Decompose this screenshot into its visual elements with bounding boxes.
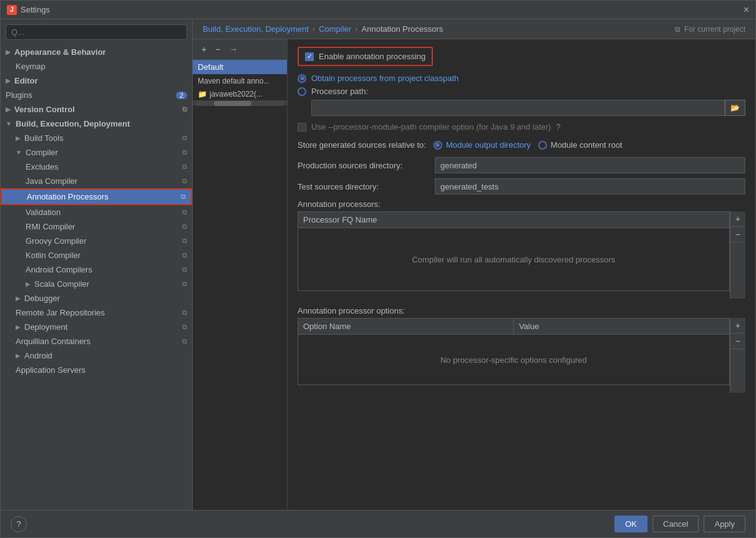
breadcrumb-current: Annotation Processors — [362, 24, 443, 34]
module-content-radio[interactable] — [538, 141, 547, 150]
module-content-label: Module content root — [551, 140, 623, 150]
module-content-option: Module content root — [538, 140, 623, 150]
sidebar-item-compiler[interactable]: ▼ Compiler ⧉ — [1, 145, 192, 160]
left-panel-item-javaweb[interactable]: 📁 javaweb2022(... — [193, 88, 287, 100]
annotation-processors-label: Annotation processors: — [298, 199, 745, 209]
annotation-table-remove-btn[interactable]: − — [730, 227, 745, 243]
copy-icon-kotlin-compiler: ⧉ — [182, 251, 187, 259]
left-panel-item-maven[interactable]: Maven default anno... — [193, 74, 287, 88]
test-sources-row: Test sources directory: — [298, 178, 745, 195]
obtain-classpath-radio[interactable] — [298, 74, 306, 83]
sidebar-item-scala-compiler[interactable]: ▶ Scala Compiler ⧉ — [1, 277, 192, 291]
toolbar: + − → — [193, 39, 287, 60]
sidebar-label-plugins: Plugins — [6, 90, 32, 100]
sidebar-item-application-servers[interactable]: Application Servers — [1, 363, 192, 377]
sidebar-item-android-compilers[interactable]: Android Compilers ⧉ — [1, 262, 192, 277]
sidebar-label-annotation-processors: Annotation Processors — [27, 192, 109, 201]
search-input[interactable] — [6, 24, 187, 40]
enable-annotation-checkbox[interactable]: ✓ — [305, 52, 314, 61]
module-output-radio[interactable] — [434, 141, 442, 150]
sidebar-label-remote-jar: Remote Jar Repositories — [16, 308, 105, 317]
sidebar-label-validation: Validation — [26, 208, 61, 217]
test-sources-input[interactable] — [435, 178, 745, 195]
plugins-badge: 2 — [176, 92, 187, 99]
test-sources-label: Test sources directory: — [298, 182, 435, 191]
sidebar-item-java-compiler[interactable]: Java Compiler ⧉ — [1, 174, 192, 188]
expand-arrow-editor: ▶ — [6, 77, 11, 84]
copy-icon-java-compiler: ⧉ — [182, 177, 187, 185]
close-button[interactable]: × — [744, 4, 749, 16]
sidebar-item-validation[interactable]: Validation ⧉ — [1, 205, 192, 219]
sidebar-item-debugger[interactable]: ▶ Debugger — [1, 291, 192, 305]
sidebar-item-build-exec-deploy[interactable]: ▼ Build, Execution, Deployment — [1, 117, 192, 131]
breadcrumb-sep-1: › — [313, 24, 315, 34]
sidebar-item-build-tools[interactable]: ▶ Build Tools ⧉ — [1, 131, 192, 145]
expand-arrow-scala: ▶ — [26, 281, 31, 287]
copy-icon-forproject: ⧉ — [675, 25, 681, 34]
expand-arrow-android: ▶ — [16, 352, 21, 359]
add-button[interactable]: + — [198, 43, 210, 55]
use-module-path-row: Use --processor-module-path compiler opt… — [298, 122, 745, 132]
options-table-add-btn[interactable]: + — [730, 318, 745, 334]
ok-button[interactable]: OK — [614, 516, 647, 532]
sidebar-item-excludes[interactable]: Excludes ⧉ — [1, 160, 192, 174]
store-sources-row: Store generated sources relative to: Mod… — [298, 140, 745, 150]
titlebar: J Settings × — [1, 1, 755, 19]
expand-arrow-build-tools: ▶ — [16, 135, 21, 142]
enable-annotation-row: ✓ Enable annotation processing — [298, 47, 433, 66]
apply-button[interactable]: Apply — [704, 516, 745, 532]
options-table-remove-btn[interactable]: − — [730, 334, 745, 349]
app-icon: J — [7, 5, 17, 15]
sidebar-item-remote-jar[interactable]: Remote Jar Repositories ⧉ — [1, 305, 192, 320]
help-button[interactable]: ? — [11, 516, 27, 532]
production-sources-input[interactable] — [435, 157, 745, 173]
sidebar-item-groovy-compiler[interactable]: Groovy Compiler ⧉ — [1, 234, 192, 248]
copy-icon-compiler: ⧉ — [182, 148, 187, 156]
processor-path-row: Processor path: — [298, 87, 745, 96]
copy-icon-android-compilers: ⧉ — [182, 266, 187, 274]
cancel-button[interactable]: Cancel — [652, 516, 699, 532]
processor-path-input-row: 📂 — [311, 100, 745, 116]
processor-path-radio[interactable] — [298, 87, 306, 96]
sidebar-item-deployment[interactable]: ▶ Deployment ⧉ — [1, 320, 192, 334]
sidebar-label-debugger: Debugger — [24, 294, 60, 303]
sidebar-item-editor[interactable]: ▶ Editor — [1, 74, 192, 88]
navigate-button[interactable]: → — [225, 43, 241, 55]
enable-annotation-label: Enable annotation processing — [319, 52, 425, 61]
sidebar-item-kotlin-compiler[interactable]: Kotlin Compiler ⧉ — [1, 248, 192, 262]
sidebar-item-appearance[interactable]: ▶ Appearance & Behavior — [1, 45, 192, 59]
sidebar-item-keymap[interactable]: Keymap — [1, 59, 192, 74]
sidebar-item-android[interactable]: ▶ Android — [1, 348, 192, 363]
sidebar-item-annotation-processors[interactable]: Annotation Processors ⧉ — [1, 188, 192, 205]
copy-icon-vc: ⧉ — [182, 105, 187, 113]
content-area: ▶ Appearance & Behavior Keymap ▶ Editor — [1, 19, 755, 510]
annotation-options-table: Option Name Value No processor-specific … — [298, 318, 730, 393]
panels-container: + − → Default Maven default anno... 📁 ja… — [193, 39, 755, 510]
left-panel-label-javaweb: javaweb2022(... — [210, 90, 263, 98]
annotation-table-add-btn[interactable]: + — [730, 211, 745, 227]
copy-icon-arquillian: ⧉ — [182, 337, 187, 345]
left-panel: Default Maven default anno... 📁 javaweb2… — [193, 60, 287, 100]
production-sources-row: Production sources directory: — [298, 157, 745, 173]
folder-icon: 📁 — [198, 90, 207, 98]
sidebar-label-build-tools: Build Tools — [24, 133, 64, 143]
browse-button[interactable]: 📂 — [725, 100, 745, 116]
sidebar-item-version-control[interactable]: ▶ Version Control ⧉ — [1, 102, 192, 117]
breadcrumb-compiler[interactable]: Compiler — [319, 24, 351, 34]
sidebar-label-arquillian: Arquillian Containers — [16, 337, 90, 346]
remove-button[interactable]: − — [211, 43, 224, 55]
left-panel-scrollbar[interactable] — [193, 100, 287, 105]
annotation-options-table-body: No processor-specific options configured — [298, 335, 729, 385]
sidebar-item-plugins[interactable]: Plugins 2 — [1, 88, 192, 102]
breadcrumb-build[interactable]: Build, Execution, Deployment — [203, 24, 309, 34]
table-header-fqname: Processor FQ Name — [298, 212, 729, 228]
copy-icon-deployment: ⧉ — [182, 323, 187, 331]
sidebar-label-excludes: Excludes — [26, 162, 59, 171]
left-panel-item-default[interactable]: Default — [193, 60, 287, 74]
titlebar-left: J Settings — [7, 5, 50, 15]
h-scrollbar-track — [195, 101, 284, 106]
sidebar-item-rmi-compiler[interactable]: RMI Compiler ⧉ — [1, 219, 192, 234]
sidebar-item-arquillian[interactable]: Arquillian Containers ⧉ — [1, 334, 192, 348]
obtain-from-classpath-row: Obtain processors from project classpath — [298, 74, 745, 83]
processor-path-input[interactable] — [311, 100, 725, 116]
